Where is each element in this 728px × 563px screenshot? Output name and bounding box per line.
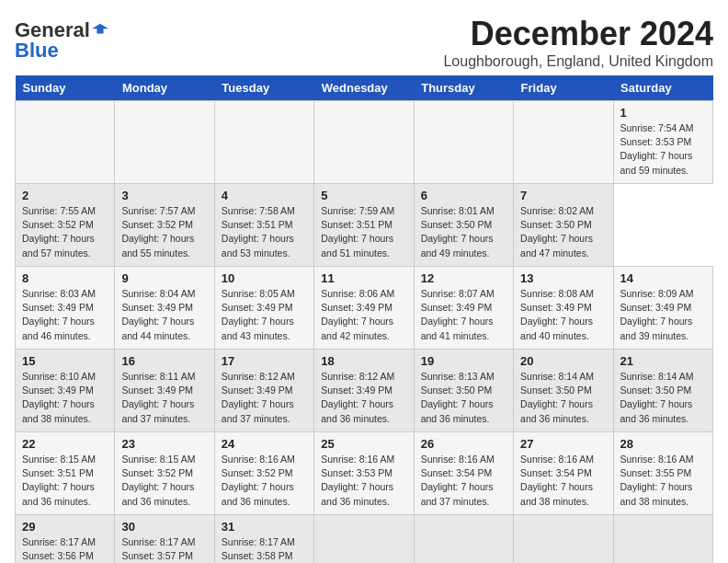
day-number: 25 (321, 437, 406, 451)
day-info: Sunrise: 7:54 AM Sunset: 3:53 PM Dayligh… (620, 121, 706, 178)
daylight-text: Daylight: 7 hours and 53 minutes. (222, 233, 294, 258)
calendar-cell: 10 Sunrise: 8:05 AM Sunset: 3:49 PM Dayl… (214, 267, 313, 350)
calendar-cell: 11 Sunrise: 8:06 AM Sunset: 3:49 PM Dayl… (314, 267, 414, 350)
day-number: 11 (321, 271, 406, 285)
sunset-text: Sunset: 3:49 PM (222, 302, 293, 313)
day-info: Sunrise: 8:12 AM Sunset: 3:49 PM Dayligh… (222, 370, 307, 426)
sunrise-text: Sunrise: 8:04 AM (121, 288, 195, 299)
daylight-text: Daylight: 7 hours and 36 minutes. (520, 398, 593, 423)
day-number: 21 (620, 354, 706, 368)
calendar-cell: 3 Sunrise: 7:57 AM Sunset: 3:52 PM Dayli… (115, 184, 214, 267)
daylight-text: Daylight: 7 hours and 38 minutes. (520, 481, 593, 506)
page-header: General Blue December 2024 Loughborough,… (15, 15, 713, 70)
sunset-text: Sunset: 3:49 PM (222, 385, 293, 396)
daylight-text: Daylight: 7 hours and 36 minutes. (421, 398, 494, 423)
daylight-text: Daylight: 7 hours and 38 minutes. (620, 481, 693, 506)
logo: General Blue (15, 20, 108, 61)
calendar-cell: 8 Sunrise: 8:03 AM Sunset: 3:49 PM Dayli… (16, 267, 115, 350)
calendar-cell: 13 Sunrise: 8:08 AM Sunset: 3:49 PM Dayl… (514, 267, 613, 350)
daylight-text: Daylight: 7 hours and 37 minutes. (222, 398, 294, 423)
sunset-text: Sunset: 3:51 PM (22, 467, 94, 478)
day-number: 12 (421, 271, 506, 285)
sunrise-text: Sunrise: 8:08 AM (520, 288, 594, 299)
day-number: 8 (22, 271, 108, 285)
day-info: Sunrise: 7:59 AM Sunset: 3:51 PM Dayligh… (321, 204, 406, 260)
day-info: Sunrise: 8:17 AM Sunset: 3:56 PM Dayligh… (22, 535, 108, 563)
calendar-cell (514, 515, 613, 564)
header-thursday: Thursday (414, 75, 513, 101)
header-sunday: Sunday (16, 75, 115, 101)
daylight-text: Daylight: 7 hours and 36 minutes. (321, 481, 393, 506)
sunset-text: Sunset: 3:51 PM (222, 219, 293, 230)
header-saturday: Saturday (613, 75, 712, 101)
calendar-cell: 30 Sunrise: 8:17 AM Sunset: 3:57 PM Dayl… (115, 515, 214, 564)
calendar-week-row: 2 Sunrise: 7:55 AM Sunset: 3:52 PM Dayli… (16, 184, 713, 267)
day-number: 27 (520, 437, 606, 451)
sunrise-text: Sunrise: 8:01 AM (421, 205, 495, 216)
sunrise-text: Sunrise: 7:54 AM (620, 122, 694, 133)
day-number: 10 (222, 271, 307, 285)
day-info: Sunrise: 8:08 AM Sunset: 3:49 PM Dayligh… (520, 287, 606, 343)
calendar-table: Sunday Monday Tuesday Wednesday Thursday… (15, 75, 713, 563)
daylight-text: Daylight: 7 hours and 41 minutes. (421, 316, 494, 340)
sunset-text: Sunset: 3:50 PM (620, 385, 692, 396)
sunset-text: Sunset: 3:54 PM (421, 467, 493, 478)
day-number: 5 (321, 189, 406, 202)
day-info: Sunrise: 8:16 AM Sunset: 3:52 PM Dayligh… (222, 453, 307, 509)
daylight-text: Daylight: 7 hours and 49 minutes. (421, 233, 494, 258)
header-friday: Friday (514, 75, 613, 101)
daylight-text: Daylight: 7 hours and 39 minutes. (620, 316, 693, 340)
calendar-cell (414, 515, 513, 564)
calendar-week-row: 29 Sunrise: 8:17 AM Sunset: 3:56 PM Dayl… (16, 515, 713, 564)
sunrise-text: Sunrise: 8:03 AM (22, 288, 96, 299)
calendar-cell: 7 Sunrise: 8:02 AM Sunset: 3:50 PM Dayli… (514, 184, 613, 267)
sunrise-text: Sunrise: 8:14 AM (520, 371, 594, 382)
day-info: Sunrise: 8:01 AM Sunset: 3:50 PM Dayligh… (421, 204, 506, 260)
day-number: 18 (321, 354, 406, 368)
sunrise-text: Sunrise: 8:16 AM (222, 454, 295, 465)
sunset-text: Sunset: 3:49 PM (121, 385, 193, 396)
day-number: 1 (620, 106, 706, 120)
day-info: Sunrise: 8:16 AM Sunset: 3:55 PM Dayligh… (620, 453, 706, 509)
sunset-text: Sunset: 3:55 PM (620, 467, 692, 478)
sunrise-text: Sunrise: 8:13 AM (421, 371, 495, 382)
daylight-text: Daylight: 7 hours and 37 minutes. (121, 398, 194, 423)
day-info: Sunrise: 7:55 AM Sunset: 3:52 PM Dayligh… (22, 204, 108, 260)
sunrise-text: Sunrise: 8:15 AM (22, 454, 96, 465)
daylight-text: Daylight: 7 hours and 55 minutes. (121, 233, 194, 258)
sunset-text: Sunset: 3:53 PM (321, 467, 392, 478)
daylight-text: Daylight: 7 hours and 38 minutes. (22, 398, 95, 423)
sunrise-text: Sunrise: 8:16 AM (321, 454, 394, 465)
sunrise-text: Sunrise: 7:58 AM (222, 205, 295, 216)
calendar-cell: 27 Sunrise: 8:16 AM Sunset: 3:54 PM Dayl… (514, 432, 613, 515)
day-number: 15 (22, 354, 108, 368)
calendar-cell: 21 Sunrise: 8:14 AM Sunset: 3:50 PM Dayl… (613, 350, 712, 432)
day-info: Sunrise: 8:15 AM Sunset: 3:52 PM Dayligh… (121, 453, 207, 509)
day-number: 16 (121, 354, 207, 368)
calendar-cell: 17 Sunrise: 8:12 AM Sunset: 3:49 PM Dayl… (214, 350, 313, 432)
calendar-cell (514, 101, 613, 184)
sunrise-text: Sunrise: 8:12 AM (222, 371, 295, 382)
location-subtitle: Loughborough, England, United Kingdom (443, 53, 713, 70)
calendar-cell (314, 515, 414, 564)
title-area: December 2024 Loughborough, England, Uni… (443, 15, 713, 70)
sunrise-text: Sunrise: 7:57 AM (121, 205, 195, 216)
sunrise-text: Sunrise: 7:59 AM (321, 205, 394, 216)
calendar-cell: 19 Sunrise: 8:13 AM Sunset: 3:50 PM Dayl… (414, 350, 513, 432)
sunrise-text: Sunrise: 8:06 AM (321, 288, 394, 299)
day-number: 4 (222, 189, 307, 202)
daylight-text: Daylight: 7 hours and 37 minutes. (421, 481, 494, 506)
calendar-cell: 26 Sunrise: 8:16 AM Sunset: 3:54 PM Dayl… (414, 432, 513, 515)
sunrise-text: Sunrise: 8:05 AM (222, 288, 295, 299)
daylight-text: Daylight: 7 hours and 51 minutes. (321, 233, 393, 258)
calendar-cell (613, 515, 712, 564)
daylight-text: Daylight: 7 hours and 42 minutes. (321, 316, 393, 340)
sunrise-text: Sunrise: 8:12 AM (321, 371, 394, 382)
day-number: 9 (121, 271, 207, 285)
sunrise-text: Sunrise: 8:17 AM (121, 536, 195, 547)
calendar-cell: 20 Sunrise: 8:14 AM Sunset: 3:50 PM Dayl… (514, 350, 613, 432)
sunrise-text: Sunrise: 8:16 AM (421, 454, 495, 465)
daylight-text: Daylight: 7 hours and 36 minutes. (22, 481, 95, 506)
calendar-cell: 22 Sunrise: 8:15 AM Sunset: 3:51 PM Dayl… (16, 432, 115, 515)
sunrise-text: Sunrise: 8:14 AM (620, 371, 694, 382)
